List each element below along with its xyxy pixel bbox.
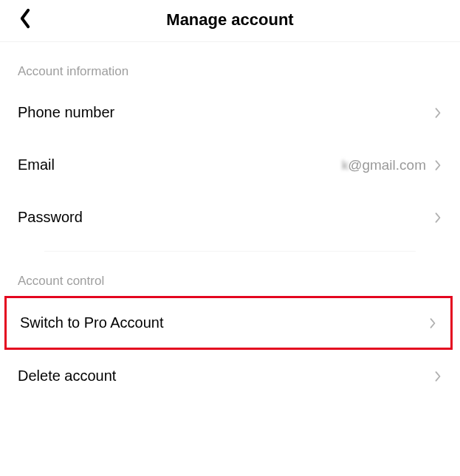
- row-password[interactable]: Password: [0, 191, 460, 244]
- section-account-information-label: Account information: [0, 42, 460, 86]
- highlight-switch-pro: Switch to Pro Account: [4, 296, 453, 350]
- header: Manage account: [0, 0, 460, 42]
- row-delete-account[interactable]: Delete account: [0, 350, 460, 402]
- row-label: Switch to Pro Account: [20, 314, 164, 331]
- row-switch-to-pro-account[interactable]: Switch to Pro Account: [7, 298, 450, 348]
- row-label: Phone number: [18, 104, 114, 121]
- row-value-email: k@gmail.com: [342, 157, 426, 173]
- chevron-right-icon: [433, 369, 442, 384]
- chevron-right-icon: [433, 106, 442, 120]
- page-title: Manage account: [15, 10, 445, 30]
- row-label: Delete account: [18, 368, 116, 384]
- chevron-right-icon: [428, 316, 437, 331]
- section-account-control-label: Account control: [0, 252, 460, 296]
- back-button[interactable]: [13, 8, 37, 32]
- row-label: Email: [18, 156, 55, 173]
- row-label: Password: [18, 209, 83, 226]
- row-phone-number[interactable]: Phone number: [0, 86, 460, 139]
- row-email[interactable]: Email k@gmail.com: [0, 139, 460, 191]
- chevron-right-icon: [433, 210, 442, 225]
- chevron-left-icon: [18, 8, 32, 32]
- chevron-right-icon: [433, 158, 442, 173]
